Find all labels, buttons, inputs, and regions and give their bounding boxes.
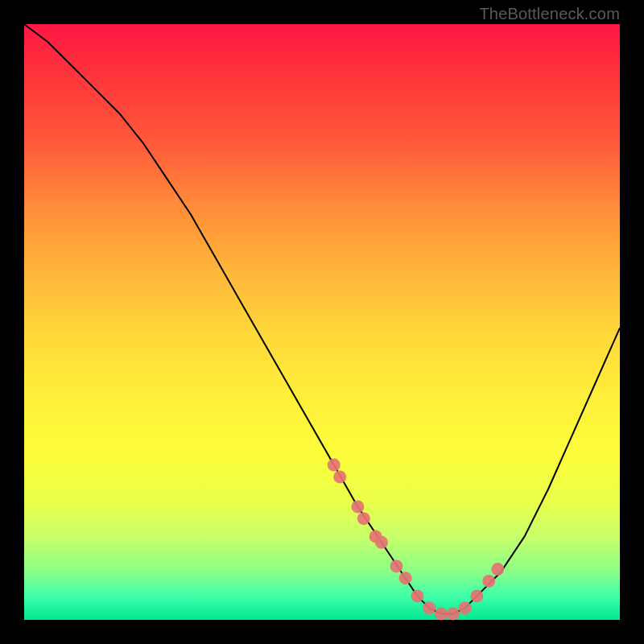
highlight-dot [333,470,346,483]
highlight-dot [411,589,423,602]
highlight-dot [357,512,370,525]
highlight-dot [423,601,436,614]
bottleneck-curve [24,24,620,614]
highlight-dot [328,459,341,472]
highlight-dots-group [328,459,505,621]
highlight-dot [470,589,483,602]
chart-frame: TheBottleneck.com [0,0,644,644]
chart-svg [24,24,620,620]
watermark-text: TheBottleneck.com [479,5,620,23]
highlight-dot [351,500,364,513]
highlight-dot [459,601,472,614]
highlight-dot [390,559,403,572]
highlight-dot [399,572,412,584]
highlight-dot [435,608,448,621]
highlight-dot [482,575,495,588]
highlight-dot [447,608,460,621]
highlight-dot [491,563,504,576]
highlight-dot [375,536,388,549]
